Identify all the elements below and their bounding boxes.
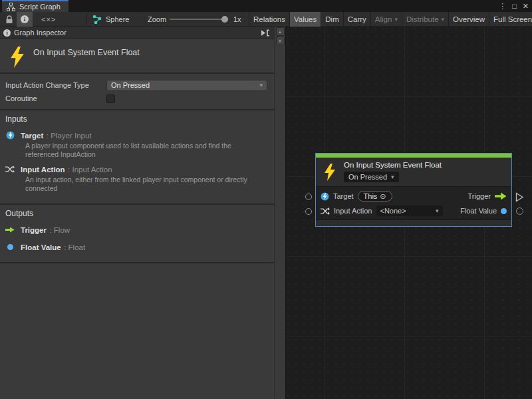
input-port-entry: Input Action : Input Action An input act…	[5, 163, 269, 193]
port-name: Float Value	[21, 243, 61, 251]
node-body: Target This ⊙ Trigger	[316, 186, 511, 219]
target-label: Target	[333, 192, 354, 200]
dim-button[interactable]: Dim	[321, 12, 342, 27]
code-view-button[interactable]: <×>	[41, 12, 56, 27]
align-button[interactable]: Align ▾	[370, 12, 402, 27]
float-value-label: Float Value	[460, 207, 497, 215]
tab-script-graph[interactable]: Script Graph	[2, 0, 68, 12]
overview-button[interactable]: Overview	[448, 12, 489, 27]
event-bolt-icon	[323, 162, 336, 182]
input-port[interactable]	[305, 208, 312, 215]
chevron-down-icon: ▾	[394, 16, 398, 23]
carry-button[interactable]: Carry	[343, 12, 370, 27]
chevron-down-icon: ▾	[436, 207, 439, 214]
toolbar-buttons: Relations Values Dim Carry Align ▾ Distr…	[249, 12, 532, 27]
port-name: Input Action	[21, 166, 65, 174]
node-title: On Input System Event Float	[344, 161, 442, 169]
zoom-label: Zoom	[148, 12, 166, 27]
graph-hierarchy-icon	[7, 3, 15, 11]
object-picker-icon[interactable]: ⊙	[380, 193, 386, 200]
full-screen-button[interactable]: Full Screen	[489, 12, 532, 27]
outputs-section: Outputs Trigger : Flow	[0, 205, 274, 263]
inputs-section: Inputs Target : Player Input A player in…	[0, 110, 274, 205]
tab-label: Script Graph	[19, 3, 61, 11]
input-action-dropdown[interactable]: <None> ▾	[376, 205, 443, 216]
scroll-up-icon[interactable]: ▲	[276, 27, 285, 36]
graph-toolbar: i <×> Sphere Zoom 1x	[0, 12, 532, 27]
port-description: A player input component used to list av…	[25, 142, 263, 159]
maximize-icon[interactable]: □	[512, 0, 517, 12]
event-bolt-icon	[9, 47, 26, 68]
zoom-value: 1x	[233, 12, 241, 27]
change-type-dropdown[interactable]: On Pressed ▾	[106, 80, 267, 91]
inspector-scrollbar[interactable]: ▲ ▼	[274, 27, 285, 399]
inputs-heading: Inputs	[5, 114, 269, 124]
player-input-icon	[321, 192, 329, 201]
node-header[interactable]: On Input System Event Float On Pressed ▾	[316, 158, 511, 186]
code-icon: <×>	[41, 15, 56, 23]
player-input-icon	[5, 131, 15, 140]
change-type-row: Input Action Change Type On Pressed ▾	[5, 78, 269, 92]
script-graph-icon	[92, 15, 102, 24]
graph-canvas[interactable]: On Input System Event Float On Pressed ▾…	[285, 27, 532, 399]
close-icon[interactable]: ✕	[523, 0, 529, 12]
inspector-node-title: On Input System Event Float	[33, 48, 140, 57]
port-description: An input action, either from the linked …	[25, 176, 263, 193]
graph-inspector-panel: i Graph Inspector On Input System Event …	[0, 27, 274, 399]
info-icon: i	[21, 15, 29, 23]
target-object-field[interactable]: This ⊙	[358, 191, 392, 201]
input-action-label: Input Action	[334, 207, 372, 215]
input-action-icon	[5, 165, 15, 174]
node-footer	[316, 219, 511, 226]
output-port-entry: Float Value : Float	[5, 241, 269, 253]
output-flow-port[interactable]	[515, 192, 524, 202]
port-name: Trigger	[21, 226, 47, 234]
change-type-label: Input Action Change Type	[5, 81, 106, 89]
port-type: : Flow	[49, 226, 70, 234]
graph-object-button[interactable]: Sphere	[92, 12, 129, 27]
zoom-slider-track[interactable]	[170, 19, 228, 20]
inspector-toggle-button[interactable]: i	[17, 12, 33, 27]
distribute-button[interactable]: Distribute ▾	[402, 12, 448, 27]
outputs-heading: Outputs	[5, 209, 269, 218]
port-type: : Player Input	[47, 132, 92, 140]
float-value-icon	[501, 208, 507, 214]
toolbar-separator	[86, 13, 87, 25]
flow-arrow-icon	[495, 192, 507, 200]
input-port-entry: Target : Player Input A player input com…	[5, 129, 269, 159]
unity-script-graph-window: Script Graph ⋮ □ ✕ i <×>	[0, 0, 532, 399]
relations-button[interactable]: Relations	[249, 12, 289, 27]
coroutine-row: Coroutine	[5, 92, 269, 105]
chevron-down-icon: ▾	[442, 16, 445, 23]
coroutine-checkbox[interactable]	[106, 94, 115, 103]
input-port[interactable]	[305, 194, 312, 200]
output-port[interactable]	[516, 207, 523, 215]
lock-button[interactable]	[5, 12, 13, 27]
graph-inspector-header: i Graph Inspector	[0, 27, 274, 39]
dock-panel-icon[interactable]	[261, 29, 271, 37]
port-name: Target	[21, 132, 43, 140]
trigger-label: Trigger	[468, 192, 491, 200]
inspector-header-title: Graph Inspector	[14, 29, 257, 37]
event-node[interactable]: On Input System Event Float On Pressed ▾…	[315, 153, 512, 227]
chevron-down-icon: ▾	[391, 174, 394, 180]
window-controls: ⋮ □ ✕	[499, 0, 529, 12]
tab-bar: Script Graph ⋮ □ ✕	[0, 0, 532, 12]
zoom-slider-handle[interactable]	[221, 16, 228, 23]
coroutine-label: Coroutine	[5, 94, 106, 102]
output-port-entry: Trigger : Flow	[5, 223, 269, 235]
lock-icon	[5, 15, 13, 24]
node-properties: Input Action Change Type On Pressed ▾ Co…	[0, 74, 274, 110]
port-type: : Input Action	[68, 166, 112, 174]
values-button[interactable]: Values	[289, 12, 321, 27]
input-action-icon	[321, 207, 330, 215]
float-value-icon	[5, 244, 15, 250]
kebab-menu-icon[interactable]: ⋮	[499, 0, 506, 12]
node-mode-dropdown[interactable]: On Pressed ▾	[344, 172, 399, 182]
node-title-block: On Input System Event Float	[0, 39, 274, 74]
flow-arrow-icon	[5, 226, 15, 233]
scroll-down-icon[interactable]: ▼	[276, 37, 285, 45]
node-row-input-action: Input Action <None> ▾ Float Value	[321, 203, 507, 218]
port-type: : Float	[64, 243, 85, 251]
node-row-target: Target This ⊙ Trigger	[321, 189, 507, 203]
